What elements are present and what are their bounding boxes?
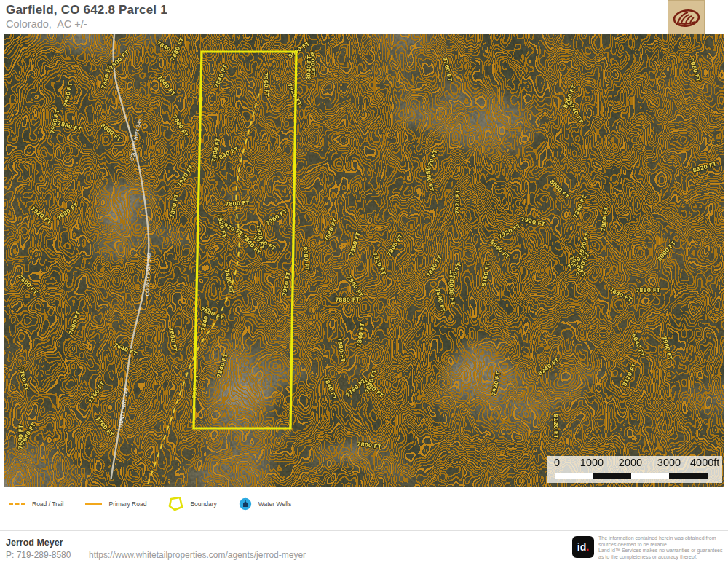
- legend-item-water-wells: Water Wells: [239, 497, 291, 511]
- header: Garfield, CO 642.8 Parcel 1 Colorado, AC…: [0, 0, 728, 34]
- page-subtitle: Colorado, AC +/-: [6, 18, 167, 30]
- footer: Jerrod Meyer P: 719-289-8580 https://www…: [0, 530, 728, 563]
- map-legend: Road / Trail Primary Road Boundary Water…: [0, 487, 728, 530]
- land-id-logo: id.: [572, 536, 594, 558]
- agent-name: Jerrod Meyer: [6, 538, 63, 548]
- legend-label: Water Wells: [258, 500, 291, 508]
- legend-label: Primary Road: [108, 500, 146, 508]
- scale-tick: 4000ft: [690, 457, 719, 468]
- agent-website: https://www.whitetailproperties.com/agen…: [89, 550, 306, 560]
- scale-tick: 1000: [580, 457, 604, 468]
- legend-item-road-trail: Road / Trail: [9, 500, 63, 508]
- scale-bar-segments: [555, 473, 708, 479]
- boundary-polygon-icon: [168, 497, 183, 511]
- map-scale-bar: 0 1000 2000 3000 4000ft: [547, 456, 722, 483]
- legend-item-boundary: Boundary: [168, 497, 216, 511]
- legend-item-primary-road: Primary Road: [85, 500, 146, 508]
- page-title: Garfield, CO 642.8 Parcel 1: [6, 3, 167, 17]
- scale-bar-ticks: 0 1000 2000 3000 4000ft: [547, 456, 722, 470]
- scale-tick: 2000: [619, 457, 642, 468]
- title-block: Garfield, CO 642.8 Parcel 1 Colorado, AC…: [6, 3, 167, 30]
- land-id-logo-dot: .: [586, 541, 589, 553]
- antlers-logo-icon: [670, 3, 703, 32]
- dashed-line-icon: [9, 503, 25, 505]
- agent-phone: P: 719-289-8580: [6, 550, 71, 560]
- solid-line-icon: [85, 503, 102, 505]
- disclaimer-text: The information contained herein was obt…: [598, 535, 727, 560]
- legend-label: Boundary: [190, 500, 216, 508]
- water-well-icon: [239, 497, 252, 511]
- legend-label: Road / Trail: [32, 500, 63, 508]
- scale-tick: 3000: [657, 457, 681, 468]
- whitetail-properties-logo: [668, 0, 705, 34]
- map-canvas[interactable]: [4, 34, 724, 487]
- map[interactable]: 0 1000 2000 3000 4000ft: [4, 34, 724, 487]
- scale-tick: 0: [554, 457, 560, 468]
